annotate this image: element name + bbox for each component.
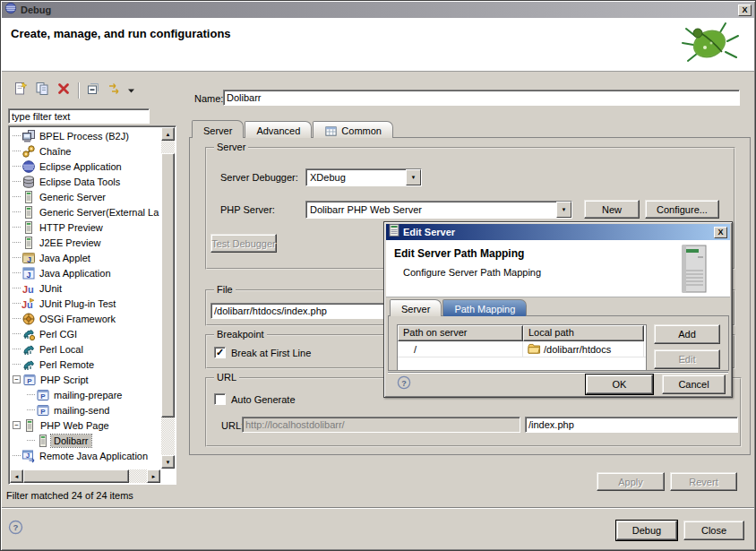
php-icon: P [36, 388, 51, 402]
bpel-icon [21, 129, 37, 143]
tree-expander-icon[interactable]: − [13, 375, 21, 383]
test-debugger-button[interactable]: Test Debugger [210, 234, 277, 253]
name-input[interactable] [223, 90, 740, 106]
php-server-combo[interactable]: Dolibarr PHP Web Server ▼ [305, 201, 572, 219]
delete-icon [56, 82, 71, 99]
tree-item-osgi-framework[interactable]: OSGi Framework [11, 311, 160, 326]
filter-input[interactable] [8, 108, 150, 124]
add-mapping-button[interactable]: Add [654, 324, 720, 344]
hscroll-thumb[interactable] [23, 469, 129, 483]
junit-icon: Ju [21, 281, 37, 296]
cancel-button[interactable]: Cancel [662, 375, 726, 394]
tree-item-j2ee-preview[interactable]: J2EE Preview [11, 235, 160, 250]
apply-button[interactable]: Apply [597, 472, 665, 491]
new-server-button[interactable]: New [584, 200, 640, 219]
table-row[interactable]: //dolibarr/htdocs [398, 341, 646, 357]
tree-item-mailing-prepare[interactable]: Pmailing-prepare [11, 387, 160, 402]
php-icon: P [36, 403, 51, 418]
chevron-down-icon[interactable]: ▼ [556, 202, 571, 218]
tree-connector [27, 440, 35, 441]
php-icon: P [22, 373, 38, 387]
duplicate-button[interactable] [31, 80, 53, 101]
window-title: Debug [21, 4, 738, 15]
tree-expander-icon[interactable]: − [13, 421, 21, 429]
url-path-input[interactable] [525, 417, 738, 433]
vscroll-thumb[interactable] [161, 153, 175, 418]
javaapp-icon: J [21, 266, 37, 280]
tree-item-cha-ne[interactable]: Chaîne [11, 143, 160, 159]
dialog-close-button[interactable]: X [714, 227, 727, 238]
tree-item-label: JUnit [37, 282, 64, 295]
url-base-input[interactable] [242, 417, 520, 433]
scroll-down-icon[interactable]: ▼ [161, 455, 175, 469]
tab-server[interactable]: Server [192, 120, 244, 138]
window-close-button[interactable]: X [738, 4, 752, 16]
tree-item-bpel-process-b2j[interactable]: BPEL Process (B2J) [11, 128, 160, 143]
edit-mapping-button[interactable]: Edit [654, 349, 720, 369]
tree-item-junit[interactable]: JuJUnit [11, 280, 160, 296]
scroll-right-icon[interactable]: ► [147, 469, 160, 483]
url-group-label: URL [214, 372, 239, 383]
tree-item-perl-local[interactable]: Perl Local [11, 341, 160, 357]
eclipse-logo-icon [4, 2, 17, 18]
tree-item-java-application[interactable]: JJava Application [11, 265, 160, 280]
tree-item-label: BPEL Process (B2J) [37, 130, 132, 142]
server-debugger-combo[interactable]: XDebug ▼ [305, 168, 422, 186]
tree-item-label: Chaîne [37, 145, 73, 158]
tree-item-java-applet[interactable]: JJava Applet [11, 250, 160, 265]
delete-button[interactable] [53, 80, 74, 101]
configurations-tree: BPEL Process (B2J)ChaîneEclipse Applicat… [8, 125, 176, 485]
tree-item-perl-remote[interactable]: Perl Remote [11, 357, 160, 372]
tree-item-php-script[interactable]: −PPHP Script [11, 372, 160, 387]
ok-button[interactable]: OK [586, 375, 653, 394]
column-header-path-on-server[interactable]: Path on server [398, 325, 523, 341]
tab-label: Server [401, 304, 430, 314]
tree-item-remote-java-application[interactable]: JRemote Java Application [11, 448, 160, 463]
dialog-help-icon[interactable]: ? [397, 375, 412, 391]
collapse-all-button[interactable] [82, 80, 104, 101]
svg-text:P: P [27, 377, 32, 385]
tree-connector [13, 333, 21, 334]
close-button[interactable]: Close [683, 521, 744, 540]
filter-button[interactable] [104, 80, 125, 101]
server-tower-icon [678, 244, 710, 299]
tree-item-junit-plug-in-test[interactable]: JuJUnit Plug-in Test [11, 296, 160, 311]
tree-item-eclipse-application[interactable]: Eclipse Application [11, 159, 160, 174]
auto-generate-checkbox[interactable] [214, 393, 226, 405]
tree-item-label: Remote Java Application [37, 450, 150, 462]
break-first-line-checkbox[interactable]: ✓ [214, 347, 226, 358]
column-header-local-path[interactable]: Local path [523, 325, 644, 341]
tab-advanced[interactable]: Advanced [245, 121, 312, 138]
tree-item-php-web-page[interactable]: −PHP Web Page [11, 418, 160, 433]
configure-server-button[interactable]: Configure... [645, 200, 719, 219]
tree-item-dolibarr[interactable]: Dolibarr [11, 433, 160, 448]
tree-item-mailing-send[interactable]: Pmailing-send [11, 402, 160, 418]
tree-item-http-preview[interactable]: HTTP Preview [11, 220, 160, 235]
tab-label: Path Mapping [454, 304, 515, 314]
scroll-up-icon[interactable]: ▲ [161, 127, 175, 141]
tree-item-generic-server[interactable]: Generic Server [11, 189, 160, 204]
new-configuration-button[interactable] [10, 80, 31, 101]
tree-connector [13, 211, 21, 212]
revert-button[interactable]: Revert [670, 472, 737, 491]
tree-item-label: Generic Server [37, 191, 108, 203]
tree-item-perl-cgi[interactable]: Perl CGI [11, 326, 160, 341]
auto-generate-label: Auto Generate [231, 394, 296, 405]
toolbar-menu-button[interactable] [127, 87, 135, 95]
chevron-down-icon[interactable]: ▼ [406, 169, 421, 185]
dialog-tab-path-mapping[interactable]: Path Mapping [442, 299, 527, 316]
dialog-tab-folder: ServerPath Mapping [390, 299, 528, 316]
applet-icon: J [21, 251, 37, 265]
debug-button[interactable]: Debug [616, 521, 677, 540]
binoculars-icon [21, 144, 37, 159]
tree-item-eclipse-data-tools[interactable]: Eclipse Data Tools [11, 174, 160, 189]
new-configuration-icon [13, 82, 28, 99]
tree-connector [13, 303, 21, 304]
local-path-text: /dolibarr/htdocs [544, 344, 611, 355]
server-icon [21, 236, 37, 250]
dialog-tab-server[interactable]: Server [390, 299, 442, 316]
tree-item-generic-server-external-la[interactable]: Generic Server(External La [11, 204, 160, 220]
scroll-left-icon[interactable]: ◄ [10, 469, 23, 483]
help-icon[interactable]: ? [8, 520, 23, 535]
tab-common[interactable]: Common [313, 121, 393, 138]
